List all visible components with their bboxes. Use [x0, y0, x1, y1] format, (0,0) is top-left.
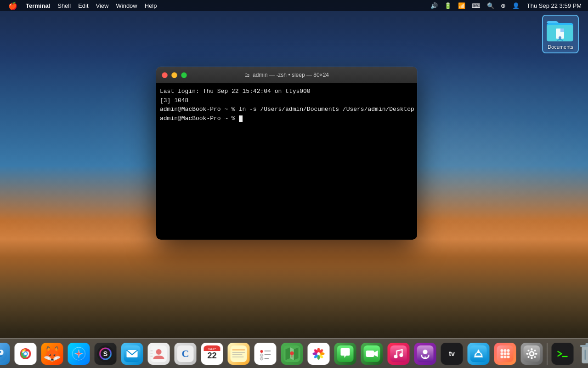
svg-point-48 [290, 351, 294, 355]
appstore-icon [468, 343, 490, 365]
svg-point-76 [507, 349, 510, 352]
close-button[interactable] [162, 72, 168, 78]
prefs-icon [521, 343, 543, 365]
svg-rect-39 [232, 356, 244, 357]
dock-item-facetime[interactable] [360, 341, 384, 366]
podcasts-icon [414, 343, 436, 365]
svg-point-64 [400, 353, 403, 357]
dock-item-safari[interactable] [67, 341, 91, 366]
dock-item-maps[interactable] [280, 341, 305, 366]
siri-icon: S [95, 343, 117, 365]
menu-window[interactable]: Window [113, 0, 141, 11]
terminal-dock-icon [552, 343, 574, 365]
svg-point-80 [501, 356, 503, 358]
dock-item-music[interactable] [386, 341, 411, 366]
svg-point-77 [501, 352, 503, 355]
menubar: 🍎 Terminal Shell Edit View Window Help 🔊… [0, 0, 588, 11]
safari-icon [68, 343, 90, 365]
search-icon[interactable]: 🔍 [485, 2, 496, 9]
dock-item-launchpad[interactable] [493, 341, 518, 366]
keyboard-icon[interactable]: ⌨ [470, 2, 482, 9]
dock-item-trash[interactable] [577, 341, 588, 366]
svg-point-45 [260, 357, 263, 360]
dock-item-appletv[interactable]: tv [440, 341, 464, 366]
minimize-button[interactable] [171, 72, 177, 78]
contacts-icon [148, 343, 170, 365]
documents-desktop-icon[interactable]: Documents [542, 15, 579, 53]
user-icon[interactable]: 👤 [510, 2, 521, 9]
dock-item-siri[interactable]: S [93, 341, 118, 366]
term-line-2: [3] 1048 [160, 96, 413, 105]
svg-point-79 [507, 352, 510, 355]
maps-icon [281, 343, 303, 365]
svg-rect-44 [265, 354, 271, 355]
svg-rect-60 [366, 351, 374, 357]
dock-item-appstore[interactable] [466, 341, 491, 366]
control-center-icon[interactable]: ⊕ [499, 2, 508, 9]
dock-item-notes[interactable] [226, 341, 251, 366]
curvebase-icon: C [175, 343, 197, 365]
terminal-title: 🗂 admin — -zsh • sleep — 80×24 [244, 72, 329, 78]
dock-separator [547, 343, 548, 365]
photos-icon [308, 343, 330, 365]
dock-item-photos[interactable] [306, 341, 331, 366]
documents-label: Documents [548, 44, 573, 50]
dock-item-firefox[interactable]: 🦊 [40, 341, 65, 366]
launchpad-icon [494, 343, 516, 365]
svg-point-24 [156, 349, 162, 355]
dock-item-calendar[interactable]: SEP 22 [200, 341, 225, 366]
svg-rect-3 [560, 29, 564, 32]
facetime-icon [361, 343, 383, 365]
dock-item-chrome[interactable] [13, 341, 38, 366]
svg-point-75 [504, 349, 507, 352]
dock-item-mail[interactable] [120, 341, 145, 366]
maximize-button[interactable] [181, 72, 187, 78]
svg-rect-97 [585, 350, 586, 360]
svg-rect-36 [232, 349, 245, 351]
reminders-icon [254, 343, 277, 365]
dock-item-reminders[interactable] [253, 341, 278, 366]
svg-point-43 [260, 354, 263, 356]
dock-item-podcasts[interactable] [413, 341, 438, 366]
svg-text:SEP: SEP [208, 347, 216, 351]
dock-item-finder[interactable] [0, 341, 11, 366]
menu-edit[interactable]: Edit [74, 0, 92, 11]
app-name[interactable]: Terminal [22, 0, 54, 11]
terminal-title-icon: 🗂 [244, 72, 250, 78]
battery-icon[interactable]: 🔋 [442, 2, 453, 9]
terminal-title-text: admin — -zsh • sleep — 80×24 [253, 72, 329, 78]
finder-icon [0, 343, 10, 365]
svg-point-74 [501, 349, 503, 352]
term-line-4: admin@MacBook-Pro ~ % [160, 114, 413, 123]
dock-item-prefs[interactable] [520, 341, 544, 366]
svg-text:tv: tv [449, 350, 455, 357]
term-line-3: admin@MacBook-Pro ~ % ln -s /Users/admin… [160, 105, 413, 114]
desktop: 🍎 Terminal Shell Edit View Window Help 🔊… [0, 0, 588, 368]
trash-icon [578, 343, 588, 365]
menu-view[interactable]: View [92, 0, 113, 11]
svg-rect-26 [151, 353, 153, 354]
dock-item-contacts[interactable] [147, 341, 171, 366]
svg-point-41 [260, 350, 263, 353]
menu-shell[interactable]: Shell [54, 0, 74, 11]
firefox-icon: 🦊 [41, 343, 63, 365]
svg-rect-27 [151, 356, 153, 357]
svg-rect-70 [470, 345, 487, 362]
svg-text:22: 22 [207, 351, 216, 360]
svg-point-4 [559, 36, 561, 39]
svg-rect-87 [531, 357, 533, 359]
apple-menu[interactable]: 🍎 [4, 0, 22, 11]
terminal-window[interactable]: 🗂 admin — -zsh • sleep — 80×24 Last logi… [156, 67, 417, 240]
volume-icon[interactable]: 🔊 [429, 2, 440, 9]
terminal-body[interactable]: Last login: Thu Sep 22 15:42:04 on ttys0… [156, 83, 417, 240]
dock-item-terminal[interactable] [550, 341, 575, 366]
svg-point-66 [423, 350, 428, 354]
dock-item-messages[interactable] [333, 341, 358, 366]
svg-rect-42 [265, 351, 271, 351]
mail-icon [121, 343, 143, 365]
svg-point-85 [531, 352, 533, 355]
dock-item-curvebase[interactable]: C [173, 341, 198, 366]
svg-rect-88 [526, 353, 529, 355]
menu-help[interactable]: Help [141, 0, 161, 11]
wifi-icon[interactable]: 📶 [456, 2, 467, 9]
